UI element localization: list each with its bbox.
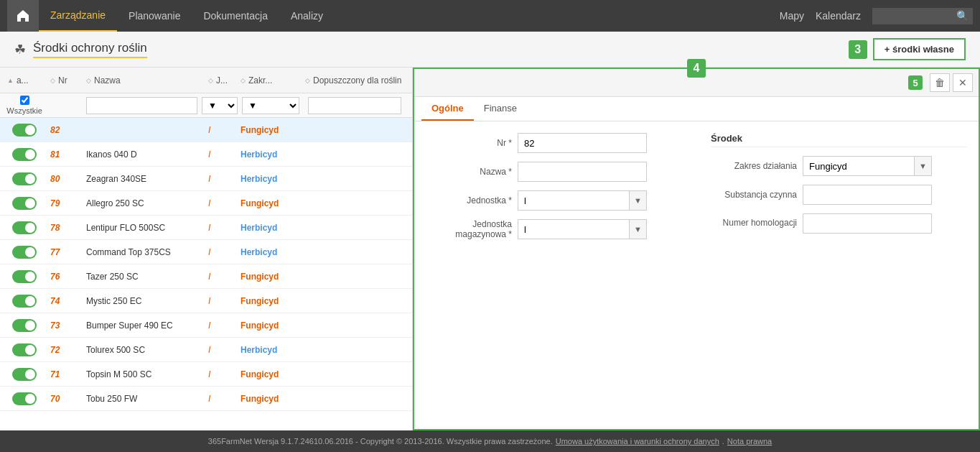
jednostka-select[interactable]: l [518,191,629,210]
toggle-76[interactable] [12,270,37,283]
filter-checkbox-wrap: Wszystkie [3,96,46,115]
cell-zakr-81: Herbicyd [236,149,301,160]
search-icon[interactable]: 🔍 [956,10,969,22]
left-form-section: Nr * Nazwa * Jednostka * l ▼ [426,133,682,418]
numer-hom-label: Numer homologacji [711,218,797,229]
toggle-79[interactable] [12,197,37,210]
cell-nazwa-73: Bumper Super 490 EC [82,320,204,331]
right-section-title: Środek [711,133,967,147]
main-content: ▲ a... ◇ Nr ◇ Nazwa ◇ J... ◇ Zakr... [0,68,980,430]
zakres-select[interactable]: Fungicyd Herbicyd Insektycyd [803,157,914,175]
badge-3: 3 [849,40,867,59]
toggle-77[interactable] [12,246,37,259]
nav-kalendarz[interactable]: Kalendarz [816,10,861,22]
jednostka-mag-select-wrap: l ▼ [518,219,647,239]
page-title: Środki ochrony roślin [33,41,147,58]
nav-zarzadzanie[interactable]: Zarządzanie [39,0,117,32]
table-body: 82 I Fungicyd 81 Ikanos 040 D I Herbicyd [0,118,412,430]
nav-right: Mapy Kalendarz 🔍 [780,8,973,24]
nav-planowanie[interactable]: Planowanie [117,0,192,32]
nr-input[interactable] [518,133,647,153]
filter-nazwa-input[interactable] [86,97,197,114]
table-row[interactable]: 77 Command Top 375CS I Herbicyd [0,240,412,264]
cell-j-70: I [204,394,236,404]
header-right: 3 + środki własne [849,38,966,60]
toggle-70[interactable] [12,392,37,405]
page-wrapper: Zarządzanie Planowanie Dokumentacja Anal… [0,0,980,452]
cell-nazwa-80: Zeagran 340SE [82,174,204,184]
table-row[interactable]: 72 Tolurex 500 SC I Herbicyd [0,338,412,362]
cell-nazwa-70: Tobu 250 FW [82,394,204,404]
nav-dokumentacja[interactable]: Dokumentacja [192,0,279,32]
cell-active-70 [3,392,46,405]
th-zakr[interactable]: ◇ Zakr... [236,75,301,86]
jednostka-mag-select[interactable]: l [518,220,629,239]
cell-j-71: I [204,369,236,379]
cell-zakr-78: Herbicyd [236,223,301,233]
toggle-71[interactable] [12,368,37,381]
cell-nr-78: 78 [46,223,82,233]
cell-zakr-80: Herbicyd [236,174,301,184]
form-jednostka: Jednostka * l ▼ [426,190,682,211]
toggle-78[interactable] [12,221,37,234]
substancja-input[interactable] [803,185,932,205]
nav-analizy[interactable]: Analizy [279,0,335,32]
cell-nazwa-76: Tazer 250 SC [82,272,204,282]
page-header: ☘ Środki ochrony roślin 3 + środki własn… [0,32,980,68]
toggle-82[interactable] [12,124,37,137]
th-nr[interactable]: ◇ Nr [46,75,82,86]
table-row[interactable]: 78 Lentipur FLO 500SC I Herbicyd [0,216,412,240]
zakres-select-wrap: Fungicyd Herbicyd Insektycyd ▼ [803,156,932,176]
table-row[interactable]: 82 I Fungicyd [0,118,412,142]
cell-active-82 [3,124,46,137]
cell-active-74 [3,295,46,308]
tab-ogolne[interactable]: Ogólne [421,97,474,121]
cell-active-71 [3,368,46,381]
table-row[interactable]: 71 Topsin M 500 SC I Fungicyd [0,362,412,387]
table-row[interactable]: 81 Ikanos 040 D I Herbicyd [0,142,412,167]
cell-zakr-70: Fungicyd [236,394,301,404]
footer-link2[interactable]: Nota prawna [727,437,772,446]
cell-nr-72: 72 [46,345,82,355]
select-all-checkbox[interactable] [20,96,29,105]
cell-nr-82: 82 [46,125,82,135]
th-active[interactable]: ▲ a... [3,75,46,86]
table-row[interactable]: 70 Tobu 250 FW I Fungicyd [0,387,412,411]
detail-panel: 4 5 🗑 ✕ Ogólne Finanse Nr * [413,68,980,430]
filter-zakr-select[interactable]: ▼ [242,97,299,114]
toggle-73[interactable] [12,319,37,332]
add-own-button[interactable]: + środki własne [873,38,966,60]
table-row[interactable]: 73 Bumper Super 490 EC I Fungicyd [0,313,412,338]
toggle-74[interactable] [12,295,37,308]
detail-tabs: Ogólne Finanse [414,97,979,121]
page-title-wrap: ☘ Środki ochrony roślin [14,41,147,58]
badge-4-wrap: 4 [687,59,706,78]
th-j[interactable]: ◇ J... [204,75,236,86]
tab-finanse[interactable]: Finanse [474,97,527,121]
toggle-81[interactable] [12,148,37,161]
filter-dop-input[interactable] [308,97,401,114]
th-dop[interactable]: ◇ Dopuszczony dla roślin [301,75,409,86]
footer-sep: . [722,437,724,446]
th-nazwa[interactable]: ◇ Nazwa [82,75,204,86]
filter-j-select[interactable]: ▼ [202,97,238,114]
cell-active-81 [3,148,46,161]
nav-mapy[interactable]: Mapy [780,10,804,22]
close-button[interactable]: ✕ [953,73,973,92]
toggle-80[interactable] [12,172,37,185]
table-row[interactable]: 80 Zeagran 340SE I Herbicyd [0,167,412,191]
delete-button[interactable]: 🗑 [930,73,950,92]
table-row[interactable]: 76 Tazer 250 SC I Fungicyd [0,264,412,289]
table-row[interactable]: 74 Mystic 250 EC I Fungicyd [0,289,412,313]
form-nazwa: Nazwa * [426,162,682,182]
cell-j-82: I [204,125,236,135]
jednostka-mag-label: Jednostka magazynowa * [426,219,512,239]
toggle-72[interactable] [12,343,37,356]
footer-link1[interactable]: Umowa użytkowania i warunki ochrony dany… [556,437,719,446]
numer-hom-input[interactable] [803,213,932,234]
home-button[interactable] [7,0,39,32]
table-row[interactable]: 79 Allegro 250 SC I Fungicyd [0,191,412,216]
nazwa-input[interactable] [518,162,647,182]
cell-nazwa-77: Command Top 375CS [82,247,204,257]
filter-all-label: Wszystkie [6,106,42,115]
